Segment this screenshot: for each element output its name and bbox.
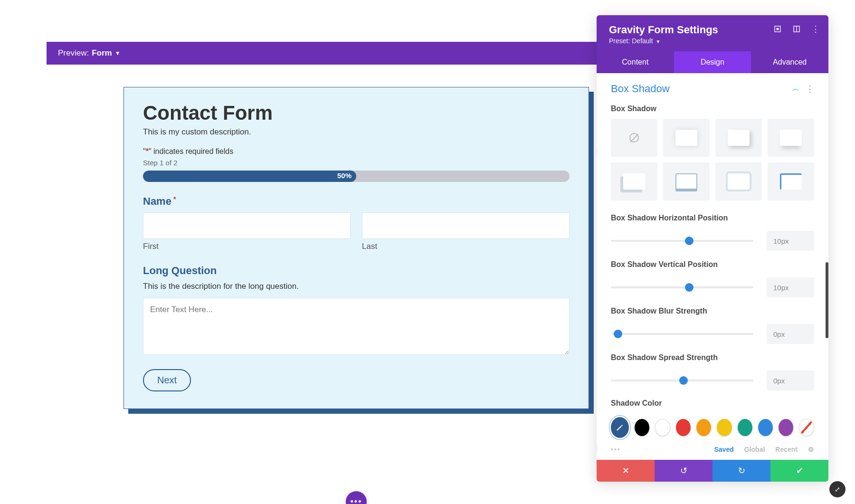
layout-icon[interactable] [792,25,801,33]
slider-thumb[interactable] [614,330,622,338]
focus-icon[interactable] [773,25,782,33]
color-swatch[interactable] [779,419,793,436]
shadow-preset-5[interactable] [663,162,710,200]
form-preview: Contact Form This is my custom descripti… [124,87,589,409]
slider-label: Box Shadow Spread Strength [611,353,734,362]
form-title: Contact Form [143,102,570,124]
preview-mode: Form [92,48,112,58]
header-icons: ⋮ [773,25,820,33]
last-name-input[interactable] [362,212,570,239]
box-shadow-label: Box Shadow [597,101,828,119]
color-swatch[interactable] [717,419,732,436]
panel-tabs: Content Design Advanced [597,51,828,73]
slider-value[interactable]: 10px [767,277,814,297]
shadow-preset-1[interactable] [663,119,710,157]
slider-thumb[interactable] [679,376,688,385]
slider-track[interactable] [611,286,753,288]
progress-fill [143,171,356,182]
slider-row: 10px [611,231,814,251]
color-swatch[interactable] [655,419,670,436]
progress-percent: 50% [337,171,352,180]
shadow-preset-grid [597,119,828,209]
color-swatch[interactable] [758,419,773,436]
first-sublabel: First [143,242,351,251]
progress-bar: 50% [143,171,570,182]
panel-header: Gravity Form Settings Preset: Default ▼ … [597,15,828,51]
svg-point-1 [777,28,779,30]
shadow-preset-2[interactable] [715,119,762,157]
preview-bar[interactable]: Preview: Form ▼ [47,42,608,65]
kebab-icon[interactable]: ⋮ [811,25,820,33]
question-textarea[interactable] [143,298,570,355]
slider-value[interactable]: 0px [767,371,814,390]
color-swatch[interactable] [676,419,691,436]
slider-value[interactable]: 0px [767,324,814,344]
slider-value[interactable]: 10px [767,231,814,251]
gear-icon[interactable]: ⚙ [808,446,814,453]
redo-button[interactable]: ↻ [712,460,770,482]
form-container: Contact Form This is my custom descripti… [124,87,589,409]
panel-actions: ✕ ↺ ↻ ✔ [597,460,828,482]
section-controls: ︿ ⋮ [792,84,814,94]
slider-group: Box Shadow Vertical Position 10px [597,256,828,302]
color-swatch-none[interactable] [799,419,814,436]
close-button[interactable]: ✕ [597,460,655,482]
color-swatch[interactable] [635,419,649,436]
section-header[interactable]: Box Shadow ︿ ⋮ [597,73,828,101]
step-indicator: Step 1 of 2 [143,159,570,167]
chevron-down-icon: ▼ [656,39,661,44]
shadow-preset-7[interactable] [768,162,814,200]
slider-row: 10px [611,277,814,297]
question-description: This is the description for the long que… [143,282,570,291]
resize-handle-icon[interactable]: ⤢ [829,481,846,497]
slider-track[interactable] [611,380,753,381]
slider-track[interactable] [611,333,753,335]
color-swatch[interactable] [696,419,711,436]
preview-label: Preview: [58,48,89,58]
dots-icon[interactable]: ••• [611,446,621,453]
question-field-label: Long Question [143,265,570,277]
color-cat-saved[interactable]: Saved [714,446,734,453]
shadow-color-label: Shadow Color [597,395,828,413]
shadow-preset-4[interactable] [611,162,657,200]
color-cat-recent[interactable]: Recent [775,446,798,453]
slider-group: Box Shadow Horizontal Position 10px [597,209,828,256]
shadow-preset-none[interactable] [611,119,657,157]
undo-button[interactable]: ↺ [655,460,712,482]
scrollbar[interactable] [826,262,828,338]
color-cat-global[interactable]: Global [744,446,765,453]
slider-row: 0px [611,371,814,390]
shadow-preset-6[interactable] [715,162,762,200]
kebab-icon[interactable]: ⋮ [806,84,814,94]
slider-thumb[interactable] [685,237,694,245]
name-sublabels: First Last [143,242,570,251]
last-sublabel: Last [362,242,570,251]
more-fab[interactable]: ••• [346,491,367,504]
confirm-button[interactable]: ✔ [770,460,828,482]
color-categories: ••• Saved Global Recent ⚙ [597,442,828,453]
shadow-preset-3[interactable] [768,119,814,157]
chevron-down-icon: ▼ [115,50,121,57]
panel-preset[interactable]: Preset: Default ▼ [609,37,816,45]
color-picker-active[interactable] [611,417,629,438]
next-button[interactable]: Next [143,369,191,391]
slider-label: Box Shadow Horizontal Position [611,214,734,222]
slider-row: 0px [611,324,814,344]
settings-panel: Gravity Form Settings Preset: Default ▼ … [597,15,828,482]
slider-group: Box Shadow Blur Strength 0px [597,302,828,349]
slider-thumb[interactable] [685,283,694,292]
slider-label: Box Shadow Blur Strength [611,307,734,315]
name-field-label: Name* [143,195,570,208]
tab-design[interactable]: Design [674,51,751,73]
slider-group: Box Shadow Spread Strength 0px [597,349,828,395]
first-name-input[interactable] [143,212,351,239]
section-title: Box Shadow [611,83,670,95]
tab-content[interactable]: Content [597,51,674,73]
color-swatch[interactable] [738,419,752,436]
slider-track[interactable] [611,240,753,242]
required-note: "*" indicates required fields [143,147,570,156]
form-description: This is my custom description. [143,127,570,137]
tab-advanced[interactable]: Advanced [751,51,828,73]
collapse-icon[interactable]: ︿ [792,85,799,93]
color-swatch-row [597,413,828,442]
